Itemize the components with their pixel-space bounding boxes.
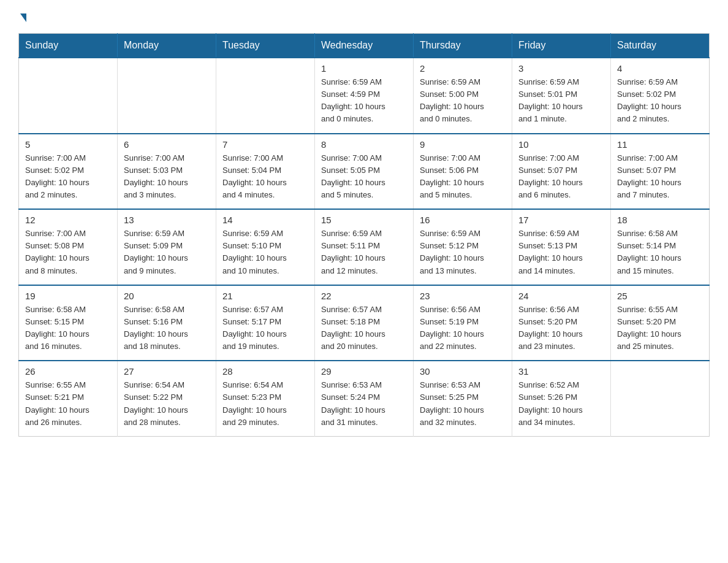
calendar-day-cell: 28Sunrise: 6:54 AM Sunset: 5:23 PM Dayli… [216,361,315,436]
calendar-day-cell: 30Sunrise: 6:53 AM Sunset: 5:25 PM Dayli… [414,361,512,436]
day-number: 9 [420,139,506,150]
day-number: 17 [518,215,604,225]
day-info: Sunrise: 6:58 AM Sunset: 5:15 PM Dayligh… [25,304,111,353]
day-info: Sunrise: 6:55 AM Sunset: 5:21 PM Dayligh… [25,379,111,429]
day-number: 12 [25,215,111,225]
day-number: 15 [321,215,407,225]
calendar-day-cell: 9Sunrise: 7:00 AM Sunset: 5:06 PM Daylig… [414,134,512,210]
day-info: Sunrise: 6:57 AM Sunset: 5:17 PM Dayligh… [222,304,308,353]
calendar-day-cell: 11Sunrise: 7:00 AM Sunset: 5:07 PM Dayli… [611,134,710,210]
calendar-day-cell: 5Sunrise: 7:00 AM Sunset: 5:02 PM Daylig… [19,134,118,210]
calendar-body: 1Sunrise: 6:59 AM Sunset: 4:59 PM Daylig… [19,58,710,436]
day-info: Sunrise: 6:59 AM Sunset: 4:59 PM Dayligh… [321,76,407,126]
day-info: Sunrise: 6:53 AM Sunset: 5:25 PM Dayligh… [420,379,506,429]
calendar-day-cell: 10Sunrise: 7:00 AM Sunset: 5:07 PM Dayli… [512,134,611,210]
calendar-day-cell: 8Sunrise: 7:00 AM Sunset: 5:05 PM Daylig… [315,134,414,210]
header-cell-friday: Friday [512,34,611,58]
day-number: 13 [124,215,210,225]
day-info: Sunrise: 6:55 AM Sunset: 5:20 PM Dayligh… [617,304,703,353]
day-number: 28 [222,366,308,377]
calendar-day-cell: 7Sunrise: 7:00 AM Sunset: 5:04 PM Daylig… [216,134,315,210]
calendar-day-cell: 12Sunrise: 7:00 AM Sunset: 5:08 PM Dayli… [19,209,118,285]
calendar-day-cell: 18Sunrise: 6:58 AM Sunset: 5:14 PM Dayli… [611,209,710,285]
day-number: 3 [518,63,604,74]
day-info: Sunrise: 6:59 AM Sunset: 5:09 PM Dayligh… [124,228,210,277]
calendar-day-cell: 29Sunrise: 6:53 AM Sunset: 5:24 PM Dayli… [315,361,414,436]
calendar-week-row: 1Sunrise: 6:59 AM Sunset: 4:59 PM Daylig… [19,58,710,134]
calendar-empty-cell [611,361,710,436]
day-info: Sunrise: 6:57 AM Sunset: 5:18 PM Dayligh… [321,304,407,353]
day-info: Sunrise: 7:00 AM Sunset: 5:03 PM Dayligh… [124,152,210,202]
calendar-week-row: 26Sunrise: 6:55 AM Sunset: 5:21 PM Dayli… [19,361,710,436]
day-number: 18 [617,215,703,225]
day-number: 25 [617,291,703,301]
day-number: 6 [124,139,210,150]
calendar-week-row: 12Sunrise: 7:00 AM Sunset: 5:08 PM Dayli… [19,209,710,285]
calendar-day-cell: 6Sunrise: 7:00 AM Sunset: 5:03 PM Daylig… [118,134,216,210]
day-number: 2 [420,63,506,74]
calendar-day-cell: 1Sunrise: 6:59 AM Sunset: 4:59 PM Daylig… [315,58,414,134]
day-number: 8 [321,139,407,150]
calendar-empty-cell [19,58,118,134]
day-info: Sunrise: 7:00 AM Sunset: 5:06 PM Dayligh… [420,152,506,202]
calendar-empty-cell [118,58,216,134]
day-number: 5 [25,139,111,150]
calendar-day-cell: 27Sunrise: 6:54 AM Sunset: 5:22 PM Dayli… [118,361,216,436]
day-info: Sunrise: 6:59 AM Sunset: 5:00 PM Dayligh… [420,76,506,126]
day-number: 21 [222,291,308,301]
day-info: Sunrise: 6:54 AM Sunset: 5:23 PM Dayligh… [222,379,308,429]
header-cell-sunday: Sunday [19,34,118,58]
day-info: Sunrise: 7:00 AM Sunset: 5:07 PM Dayligh… [518,152,604,202]
day-number: 26 [25,366,111,377]
calendar-day-cell: 2Sunrise: 6:59 AM Sunset: 5:00 PM Daylig… [414,58,512,134]
day-info: Sunrise: 6:58 AM Sunset: 5:14 PM Dayligh… [617,228,703,277]
day-info: Sunrise: 6:54 AM Sunset: 5:22 PM Dayligh… [124,379,210,429]
calendar-day-cell: 16Sunrise: 6:59 AM Sunset: 5:12 PM Dayli… [414,209,512,285]
calendar-table: SundayMondayTuesdayWednesdayThursdayFrid… [18,33,710,437]
day-number: 1 [321,63,407,74]
calendar-header: SundayMondayTuesdayWednesdayThursdayFrid… [19,34,710,58]
day-number: 20 [124,291,210,301]
header-cell-monday: Monday [118,34,216,58]
calendar-day-cell: 23Sunrise: 6:56 AM Sunset: 5:19 PM Dayli… [414,285,512,361]
calendar-week-row: 5Sunrise: 7:00 AM Sunset: 5:02 PM Daylig… [19,134,710,210]
logo-arrow-icon [20,13,26,22]
calendar-day-cell: 14Sunrise: 6:59 AM Sunset: 5:10 PM Dayli… [216,209,315,285]
header-cell-saturday: Saturday [611,34,710,58]
calendar-day-cell: 24Sunrise: 6:56 AM Sunset: 5:20 PM Dayli… [512,285,611,361]
day-info: Sunrise: 7:00 AM Sunset: 5:04 PM Dayligh… [222,152,308,202]
day-info: Sunrise: 6:59 AM Sunset: 5:12 PM Dayligh… [420,228,506,277]
header-cell-tuesday: Tuesday [216,34,315,58]
day-info: Sunrise: 6:56 AM Sunset: 5:20 PM Dayligh… [518,304,604,353]
day-number: 30 [420,366,506,377]
day-info: Sunrise: 6:58 AM Sunset: 5:16 PM Dayligh… [124,304,210,353]
calendar-day-cell: 22Sunrise: 6:57 AM Sunset: 5:18 PM Dayli… [315,285,414,361]
day-number: 31 [518,366,604,377]
day-number: 4 [617,63,703,74]
calendar-day-cell: 26Sunrise: 6:55 AM Sunset: 5:21 PM Dayli… [19,361,118,436]
day-number: 16 [420,215,506,225]
day-number: 24 [518,291,604,301]
header-cell-thursday: Thursday [414,34,512,58]
calendar-day-cell: 3Sunrise: 6:59 AM Sunset: 5:01 PM Daylig… [512,58,611,134]
day-info: Sunrise: 7:00 AM Sunset: 5:05 PM Dayligh… [321,152,407,202]
calendar-day-cell: 25Sunrise: 6:55 AM Sunset: 5:20 PM Dayli… [611,285,710,361]
calendar-day-cell: 19Sunrise: 6:58 AM Sunset: 5:15 PM Dayli… [19,285,118,361]
day-info: Sunrise: 6:59 AM Sunset: 5:11 PM Dayligh… [321,228,407,277]
calendar-header-row: SundayMondayTuesdayWednesdayThursdayFrid… [19,34,710,58]
logo [18,12,27,22]
day-number: 14 [222,215,308,225]
day-number: 7 [222,139,308,150]
calendar-day-cell: 15Sunrise: 6:59 AM Sunset: 5:11 PM Dayli… [315,209,414,285]
calendar-day-cell: 20Sunrise: 6:58 AM Sunset: 5:16 PM Dayli… [118,285,216,361]
day-number: 22 [321,291,407,301]
day-info: Sunrise: 6:59 AM Sunset: 5:01 PM Dayligh… [518,76,604,126]
page-header [18,12,710,22]
calendar-week-row: 19Sunrise: 6:58 AM Sunset: 5:15 PM Dayli… [19,285,710,361]
day-info: Sunrise: 6:59 AM Sunset: 5:10 PM Dayligh… [222,228,308,277]
day-info: Sunrise: 6:56 AM Sunset: 5:19 PM Dayligh… [420,304,506,353]
day-info: Sunrise: 7:00 AM Sunset: 5:08 PM Dayligh… [25,228,111,277]
day-info: Sunrise: 6:53 AM Sunset: 5:24 PM Dayligh… [321,379,407,429]
day-number: 29 [321,366,407,377]
day-info: Sunrise: 7:00 AM Sunset: 5:07 PM Dayligh… [617,152,703,202]
